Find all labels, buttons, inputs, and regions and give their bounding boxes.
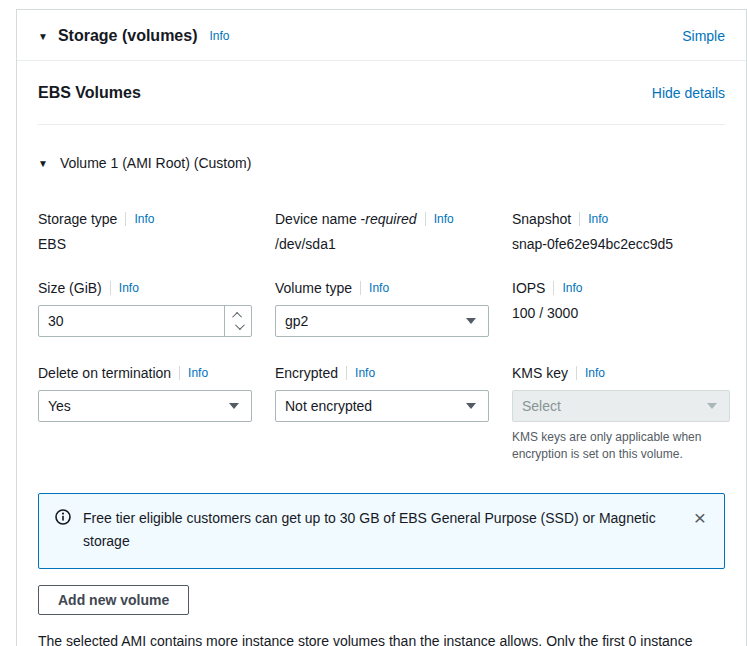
size-stepper[interactable] bbox=[224, 306, 251, 336]
field-snapshot: Snapshot Info snap-0fe62e94bc2ecc9d5 bbox=[512, 211, 730, 252]
snapshot-value: snap-0fe62e94bc2ecc9d5 bbox=[512, 236, 730, 252]
storage-info-link[interactable]: Info bbox=[210, 29, 230, 43]
size-info-link[interactable]: Info bbox=[119, 281, 139, 295]
device-name-value: /dev/sda1 bbox=[275, 236, 489, 252]
delete-on-termination-select[interactable]: Yes bbox=[38, 390, 252, 422]
field-volume-type: Volume type Info gp2 bbox=[275, 280, 489, 337]
encrypted-select[interactable]: Not encrypted bbox=[275, 390, 489, 422]
field-kms-key: KMS key Info Select KMS keys are only ap… bbox=[512, 365, 730, 463]
delete-on-termination-info-link[interactable]: Info bbox=[188, 366, 208, 380]
storage-volumes-panel: ▼ Storage (volumes) Info Simple EBS Volu… bbox=[16, 9, 747, 646]
size-input-wrapper bbox=[38, 305, 252, 337]
field-size: Size (GiB) Info bbox=[38, 280, 252, 337]
volume-1-header[interactable]: ▼ Volume 1 (AMI Root) (Custom) bbox=[38, 155, 725, 171]
ami-instance-store-note: The selected AMI contains more instance … bbox=[38, 631, 725, 646]
hide-details-link[interactable]: Hide details bbox=[652, 85, 725, 101]
volume-type-selected-value: gp2 bbox=[285, 313, 308, 329]
label-divider bbox=[360, 281, 361, 295]
delete-on-termination-selected-value: Yes bbox=[48, 398, 71, 414]
add-new-volume-button[interactable]: Add new volume bbox=[38, 585, 189, 615]
snapshot-info-link[interactable]: Info bbox=[588, 212, 608, 226]
ebs-volumes-header: EBS Volumes Hide details bbox=[38, 61, 725, 124]
storage-section-header: ▼ Storage (volumes) Info Simple bbox=[17, 10, 746, 61]
label-divider bbox=[425, 212, 426, 226]
kms-key-select: Select bbox=[512, 390, 730, 422]
storage-type-info-link[interactable]: Info bbox=[134, 212, 154, 226]
iops-label: IOPS bbox=[512, 280, 545, 296]
label-divider bbox=[579, 212, 580, 226]
encrypted-label: Encrypted bbox=[275, 365, 338, 381]
storage-type-value: EBS bbox=[38, 236, 252, 252]
label-divider bbox=[179, 366, 180, 380]
encrypted-info-link[interactable]: Info bbox=[355, 366, 375, 380]
field-storage-type: Storage type Info EBS bbox=[38, 211, 252, 252]
simple-link[interactable]: Simple bbox=[682, 28, 725, 44]
volume-type-select[interactable]: gp2 bbox=[275, 305, 489, 337]
field-iops: IOPS Info 100 / 3000 bbox=[512, 280, 730, 337]
label-divider bbox=[346, 366, 347, 380]
label-divider bbox=[125, 212, 126, 226]
kms-key-info-link[interactable]: Info bbox=[585, 366, 605, 380]
chevron-down-icon bbox=[229, 403, 239, 409]
kms-key-help-text: KMS keys are only applicable when encryp… bbox=[512, 429, 730, 463]
label-divider bbox=[110, 281, 111, 295]
field-device-name: Device name - required Info /dev/sda1 bbox=[275, 211, 489, 252]
iops-info-link[interactable]: Info bbox=[562, 281, 582, 295]
storage-type-label: Storage type bbox=[38, 211, 117, 227]
iops-value: 100 / 3000 bbox=[512, 305, 730, 321]
collapse-triangle-icon[interactable]: ▼ bbox=[38, 158, 48, 169]
section-title: Storage (volumes) bbox=[58, 27, 198, 45]
device-name-label: Device name - bbox=[275, 211, 365, 227]
free-tier-alert: Free tier eligible customers can get up … bbox=[38, 493, 725, 569]
device-name-info-link[interactable]: Info bbox=[434, 212, 454, 226]
alert-text: Free tier eligible customers can get up … bbox=[83, 507, 680, 553]
delete-on-termination-label: Delete on termination bbox=[38, 365, 171, 381]
device-name-required: required bbox=[365, 211, 416, 227]
volume-1-title: Volume 1 (AMI Root) (Custom) bbox=[60, 155, 251, 171]
volume-type-info-link[interactable]: Info bbox=[369, 281, 389, 295]
snapshot-label: Snapshot bbox=[512, 211, 571, 227]
kms-key-label: KMS key bbox=[512, 365, 568, 381]
chevron-down-icon bbox=[466, 403, 476, 409]
size-input[interactable] bbox=[39, 306, 224, 336]
collapse-triangle-icon[interactable]: ▼ bbox=[38, 31, 48, 42]
divider bbox=[38, 124, 725, 125]
label-divider bbox=[553, 281, 554, 295]
close-icon[interactable]: × bbox=[692, 507, 708, 528]
size-label: Size (GiB) bbox=[38, 280, 102, 296]
info-circle-icon bbox=[55, 509, 71, 529]
kms-key-selected-value: Select bbox=[522, 398, 561, 414]
encrypted-selected-value: Not encrypted bbox=[285, 398, 372, 414]
volume-fields-grid: Storage type Info EBS Device name - requ… bbox=[38, 211, 725, 463]
ebs-volumes-title: EBS Volumes bbox=[38, 84, 141, 102]
field-delete-on-termination: Delete on termination Info Yes bbox=[38, 365, 252, 463]
label-divider bbox=[576, 366, 577, 380]
volume-type-label: Volume type bbox=[275, 280, 352, 296]
storage-section-body: EBS Volumes Hide details ▼ Volume 1 (AMI… bbox=[17, 61, 746, 646]
chevron-down-icon bbox=[466, 318, 476, 324]
chevron-down-icon bbox=[707, 403, 717, 409]
field-encrypted: Encrypted Info Not encrypted bbox=[275, 365, 489, 463]
